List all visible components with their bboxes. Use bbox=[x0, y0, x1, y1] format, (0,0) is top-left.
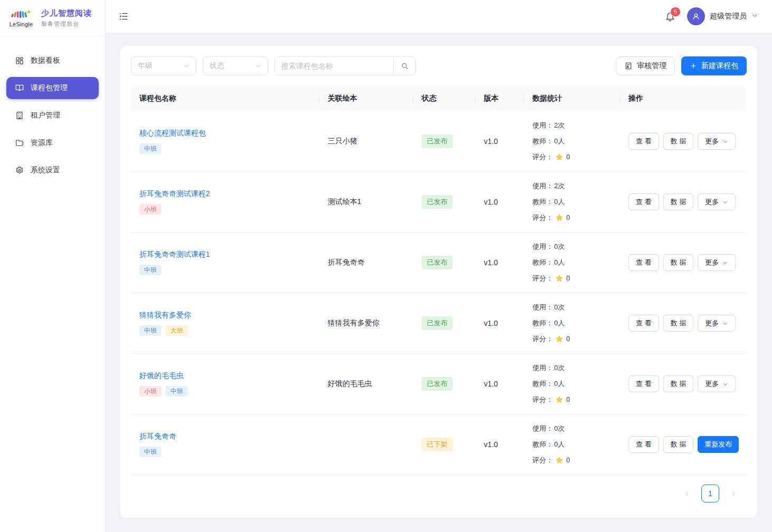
usage-label: 使用： bbox=[532, 421, 553, 437]
status-cell: 已发布 bbox=[413, 316, 475, 330]
usage-label: 使用： bbox=[532, 178, 553, 194]
data-button[interactable]: 数 据 bbox=[663, 436, 694, 453]
column-header-version: 版本 bbox=[475, 94, 524, 103]
sidebar-item-resources[interactable]: 资源库 bbox=[6, 132, 99, 154]
more-label: 更多 bbox=[705, 258, 719, 267]
rating-stat: 评分：0 bbox=[532, 392, 612, 408]
actions-cell: 查 看 数 据 更多 bbox=[620, 194, 747, 210]
pagination-prev-button[interactable] bbox=[683, 490, 691, 497]
teacher-value: 0人 bbox=[554, 315, 565, 331]
teacher-label: 教师： bbox=[532, 255, 553, 270]
status-badge: 已发布 bbox=[422, 256, 453, 269]
teacher-value: 0人 bbox=[554, 437, 565, 452]
usage-value: 2次 bbox=[554, 178, 565, 194]
view-button[interactable]: 查 看 bbox=[628, 254, 659, 271]
course-package-link[interactable]: 折耳兔奇奇 bbox=[139, 432, 176, 441]
menu-fold-icon[interactable] bbox=[118, 11, 129, 22]
data-button[interactable]: 数 据 bbox=[663, 254, 694, 271]
course-package-link[interactable]: 核心流程测试课程包 bbox=[139, 129, 206, 138]
rating-value: 0 bbox=[566, 210, 570, 226]
grade-filter-select[interactable]: 年级 bbox=[131, 56, 196, 75]
data-button[interactable]: 数 据 bbox=[663, 133, 694, 150]
logo-mark: LeSingle bbox=[6, 9, 36, 27]
more-button[interactable]: 更多 bbox=[698, 315, 736, 332]
teacher-stat: 教师：0人 bbox=[532, 315, 612, 331]
view-button[interactable]: 查 看 bbox=[628, 315, 659, 332]
star-icon bbox=[555, 395, 564, 404]
building-icon bbox=[15, 111, 24, 120]
usage-stat: 使用：2次 bbox=[532, 118, 612, 133]
rating-value: 0 bbox=[566, 270, 570, 286]
sidebar-item-label: 租户管理 bbox=[31, 111, 60, 120]
brand-text: 少儿智慧阅读 服务管理后台 bbox=[41, 8, 92, 28]
grade-tag: 中班 bbox=[139, 325, 161, 336]
sidebar-item-dashboard[interactable]: 数据看板 bbox=[6, 50, 99, 72]
search-box bbox=[274, 56, 416, 75]
grade-filter-placeholder: 年级 bbox=[138, 61, 153, 71]
column-header-actions: 操作 bbox=[620, 94, 747, 103]
topbar: 5 超级管理员 bbox=[106, 0, 772, 33]
sidebar-item-settings[interactable]: 系统设置 bbox=[6, 159, 99, 181]
usage-label: 使用： bbox=[532, 360, 553, 376]
notifications-button[interactable]: 5 bbox=[665, 11, 675, 22]
view-button[interactable]: 查 看 bbox=[628, 133, 659, 150]
teacher-value: 0人 bbox=[554, 376, 565, 392]
view-button[interactable]: 查 看 bbox=[628, 194, 659, 210]
course-package-link[interactable]: 折耳兔奇奇测试课程1 bbox=[139, 250, 210, 259]
rating-label: 评分： bbox=[532, 270, 553, 286]
create-course-package-button[interactable]: 新建课程包 bbox=[681, 56, 747, 75]
pagination-page-1[interactable]: 1 bbox=[701, 485, 719, 502]
chevron-left-icon bbox=[683, 490, 691, 497]
more-label: 更多 bbox=[705, 318, 719, 328]
rating-label: 评分： bbox=[532, 149, 553, 165]
view-button[interactable]: 查 看 bbox=[628, 436, 659, 453]
more-button[interactable]: 更多 bbox=[698, 375, 736, 392]
actions-cell: 查 看 数 据 重新发布 bbox=[620, 436, 747, 453]
status-badge: 已发布 bbox=[422, 377, 453, 391]
data-button[interactable]: 数 据 bbox=[663, 375, 694, 392]
more-button[interactable]: 更多 bbox=[698, 133, 736, 150]
column-header-name: 课程包名称 bbox=[131, 94, 319, 103]
more-button[interactable]: 更多 bbox=[698, 254, 736, 271]
sidebar-menu: 数据看板 课程包管理 租户管理 资源库 系统设置 bbox=[0, 37, 105, 194]
name-cell: 核心流程测试课程包 中班 bbox=[131, 129, 319, 154]
version-text: v1.0 bbox=[475, 198, 524, 206]
teacher-label: 教师： bbox=[532, 376, 553, 392]
republish-button[interactable]: 重新发布 bbox=[698, 436, 739, 453]
sidebar-item-course-packages[interactable]: 课程包管理 bbox=[6, 77, 99, 99]
gear-icon bbox=[15, 166, 24, 175]
data-button[interactable]: 数 据 bbox=[663, 194, 694, 210]
view-button[interactable]: 查 看 bbox=[628, 375, 659, 392]
course-package-table: 课程包名称 关联绘本 状态 版本 数据统计 操作 核心流程测试课程包 中班 三只… bbox=[131, 86, 747, 475]
sidebar: LeSingle 少儿智慧阅读 服务管理后台 数据看板 课程包管理 租户管理 bbox=[0, 0, 106, 532]
grade-tags: 中班 bbox=[139, 143, 311, 154]
teacher-stat: 教师：0人 bbox=[532, 255, 612, 270]
course-package-link[interactable]: 猜猜我有多爱你 bbox=[139, 311, 191, 320]
grade-tag: 中班 bbox=[139, 265, 161, 275]
chevron-down-icon bbox=[722, 260, 728, 266]
rating-label: 评分： bbox=[532, 210, 553, 226]
status-cell: 已发布 bbox=[413, 377, 475, 391]
chevron-down-icon bbox=[722, 199, 728, 205]
grade-tags: 中班大班 bbox=[139, 325, 311, 336]
chevron-down-icon bbox=[183, 63, 189, 69]
search-button[interactable] bbox=[393, 57, 415, 75]
review-management-button[interactable]: 审核管理 bbox=[616, 56, 675, 75]
data-button[interactable]: 数 据 bbox=[663, 315, 694, 332]
pagination-next-button[interactable] bbox=[730, 490, 737, 497]
status-filter-select[interactable]: 状态 bbox=[203, 56, 268, 75]
toolbar: 年级 状态 bbox=[131, 56, 747, 75]
course-package-link[interactable]: 好饿的毛毛虫 bbox=[139, 371, 184, 381]
rating-value: 0 bbox=[566, 452, 570, 468]
user-menu[interactable]: 超级管理员 bbox=[687, 7, 758, 25]
course-package-link[interactable]: 折耳兔奇奇测试课程2 bbox=[139, 189, 210, 199]
page-content: 年级 状态 bbox=[106, 33, 772, 532]
rating-stat: 评分：0 bbox=[532, 149, 612, 165]
search-input[interactable] bbox=[275, 57, 393, 75]
more-button[interactable]: 更多 bbox=[698, 194, 736, 210]
status-badge: 已下架 bbox=[422, 438, 453, 451]
actions-cell: 查 看 数 据 更多 bbox=[620, 254, 747, 271]
sidebar-item-tenants[interactable]: 租户管理 bbox=[6, 104, 99, 127]
actions-cell: 查 看 数 据 更多 bbox=[620, 315, 747, 332]
status-badge: 已发布 bbox=[422, 316, 453, 330]
